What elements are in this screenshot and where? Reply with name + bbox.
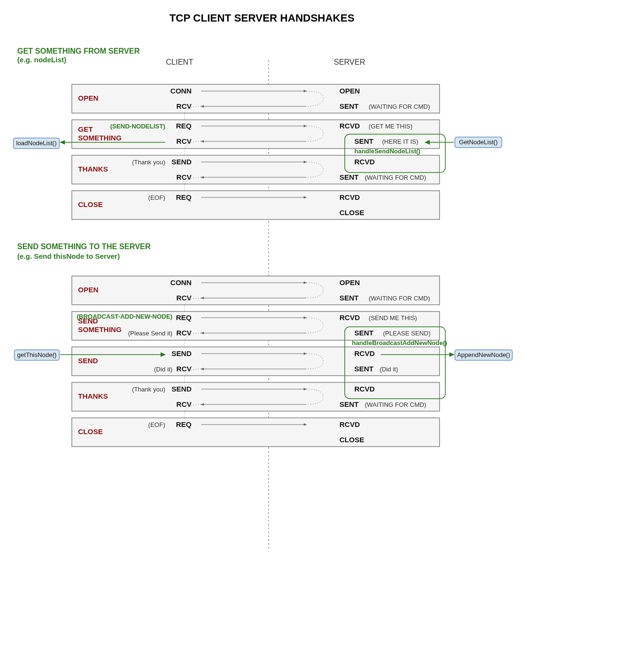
stage-send-open: OPEN [78,286,99,294]
st-rcvd: RCVD [354,385,375,393]
stage-get-open: OPEN [78,94,99,102]
ss-rcvd: RCVD [339,313,360,322]
gs-here: (HERE IT IS) [382,138,418,145]
sd-diditsrv: (Did it) [380,366,398,373]
ss-req: REQ [176,313,192,322]
col-server: SERVER [334,58,365,66]
ss-rcv: RCV [176,329,192,337]
so-open: OPEN [339,278,360,287]
gc-rcvd: RCVD [339,193,360,201]
section-send-sub: (e.g. Send thisNode to Server) [17,252,120,260]
ss-sent: SENT [354,329,373,337]
stage-send-close: CLOSE [78,427,103,436]
fn-appendnewnode: AppendNewNode() [457,351,510,358]
gs-rcv: RCV [176,137,192,145]
gc-eof: (EOF) [148,194,165,201]
gt-rcvd: RCVD [354,158,375,166]
gs-rcvd: RCVD [339,122,360,130]
st-thank: (Thank you) [132,386,165,393]
sd-did: (Did it) [154,366,172,373]
stage-send-something-2: SOMETHING [78,325,122,334]
get-open-conn: CONN [170,87,192,95]
get-close-row [72,191,440,219]
st-send: SEND [171,385,192,393]
so-rcv: RCV [176,294,192,302]
handler-sendnodelist: handleSendNodeList() [354,148,420,155]
gt-rcv: RCV [176,173,192,181]
ss-plssend: (Please Send it) [128,330,173,337]
st-rcv: RCV [176,400,192,408]
stage-get-close: CLOSE [78,200,103,208]
section-get-heading: GET SOMETHING FROM SERVER [17,47,140,55]
page-title: TCP CLIENT SERVER HANDSHAKES [169,12,355,24]
get-open-srv-sent: SENT [339,102,359,110]
sc-close: CLOSE [339,436,364,444]
stage-send-send: SEND [78,357,98,365]
get-open-srv-open: OPEN [339,87,360,95]
ss-bcast: (BROADCAST-ADD-NEW-NODE) [77,313,172,320]
sd-send: SEND [171,349,192,357]
sd-rcvd: RCVD [354,349,375,357]
sc-req: REQ [176,420,192,428]
stage-get-something-2: SOMETHING [78,134,122,142]
st-sent: SENT [339,400,359,408]
gs-req: REQ [176,122,192,130]
gc-req: REQ [176,193,192,201]
so-conn: CONN [170,278,192,287]
gc-close: CLOSE [339,208,364,217]
gt-thank: (Thank you) [132,159,165,166]
fn-getthisnode: getThisNode() [17,351,56,358]
get-open-rcv: RCV [176,102,192,110]
handler-broadcast: handleBroadcastAddNewNode() [352,339,447,346]
gt-wait: (WAITING FOR CMD) [365,174,426,181]
handshake-diagram: TCP CLIENT SERVER HANDSHAKES CLIENT SERV… [0,0,644,656]
gs-getme: (GET ME THIS) [369,123,412,130]
sc-eof: (EOF) [148,421,165,428]
gs-sent: SENT [354,137,373,145]
ss-pls: (PLEASE SEND) [383,330,430,337]
gt-send: SEND [171,158,192,166]
stage-send-thanks: THANKS [78,392,108,400]
sd-rcv: RCV [176,365,192,373]
get-open-wait: (WAITING FOR CMD) [369,103,430,110]
fn-loadnodelist: loadNodeList() [16,139,57,147]
col-client: CLIENT [166,58,193,66]
stage-get-something-1: GET [78,125,93,133]
sd-sent: SENT [354,365,373,373]
fn-getnodelist: GetNodeList() [459,138,498,146]
so-sent: SENT [339,294,359,302]
st-wait: (WAITING FOR CMD) [365,401,426,408]
gt-sent: SENT [339,173,359,181]
so-wait: (WAITING FOR CMD) [369,295,430,302]
stage-get-thanks: THANKS [78,165,108,173]
section-send-heading: SEND SOMETHING TO THE SERVER [17,242,151,251]
section-get-sub: (e.g. nodeList) [17,56,67,64]
sc-rcvd: RCVD [339,420,360,428]
gs-sendnodelist: (SEND-NODELIST) [110,123,165,130]
ss-sendme: (SEND ME THIS) [369,314,417,322]
send-close-row [72,418,440,447]
